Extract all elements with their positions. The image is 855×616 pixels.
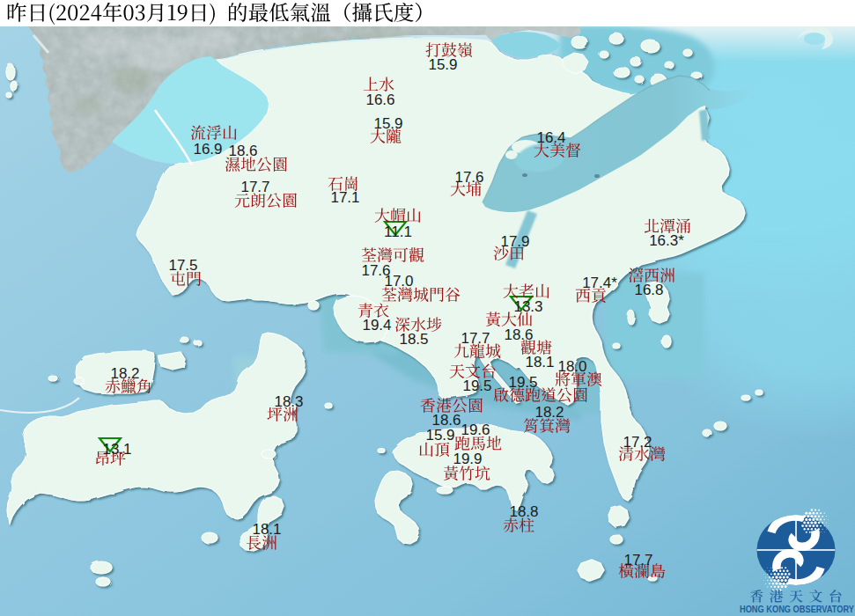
svg-text:17.6: 17.6 — [454, 169, 483, 186]
svg-text:18.1: 18.1 — [525, 354, 554, 370]
svg-text:16.8: 16.8 — [634, 282, 663, 298]
svg-text:17.0: 17.0 — [384, 273, 413, 290]
svg-text:17.2: 17.2 — [623, 434, 652, 451]
svg-text:15.9: 15.9 — [425, 427, 454, 444]
svg-text:18.2: 18.2 — [110, 365, 139, 382]
svg-text:16.4: 16.4 — [536, 129, 565, 146]
svg-text:19.6: 19.6 — [461, 422, 490, 438]
svg-text:16.9: 16.9 — [193, 141, 222, 158]
svg-text:15.9: 15.9 — [373, 115, 402, 132]
svg-text:19.5: 19.5 — [462, 378, 491, 394]
svg-text:19.4: 19.4 — [362, 317, 391, 334]
svg-text:13.1: 13.1 — [102, 441, 131, 458]
svg-text:17.7: 17.7 — [623, 552, 652, 568]
svg-text:17.7: 17.7 — [240, 179, 269, 195]
svg-text:19.5: 19.5 — [508, 374, 537, 391]
svg-text:18.5: 18.5 — [399, 331, 428, 348]
svg-text:18.6: 18.6 — [228, 143, 257, 159]
svg-text:16.3*: 16.3* — [649, 232, 684, 249]
svg-text:17.4*: 17.4* — [582, 275, 617, 291]
svg-text:11.1: 11.1 — [384, 224, 412, 240]
svg-text:HONG KONG OBSERVATORY: HONG KONG OBSERVATORY — [740, 604, 855, 614]
svg-text:15.9: 15.9 — [428, 56, 457, 73]
svg-text:18.2: 18.2 — [534, 404, 564, 421]
svg-text:19.9: 19.9 — [453, 451, 482, 467]
svg-text:18.8: 18.8 — [509, 503, 538, 520]
svg-text:18.3: 18.3 — [274, 393, 303, 410]
svg-text:13.3: 13.3 — [513, 298, 542, 315]
svg-text:17.5: 17.5 — [168, 257, 197, 274]
svg-text:18.1: 18.1 — [252, 521, 281, 538]
svg-text:18.0: 18.0 — [557, 358, 586, 375]
svg-text:16.6: 16.6 — [365, 92, 394, 108]
svg-text:18.6: 18.6 — [504, 326, 533, 343]
svg-text:17.1: 17.1 — [330, 189, 359, 206]
svg-text:17.7: 17.7 — [461, 330, 490, 347]
svg-text:17.9: 17.9 — [500, 233, 529, 250]
